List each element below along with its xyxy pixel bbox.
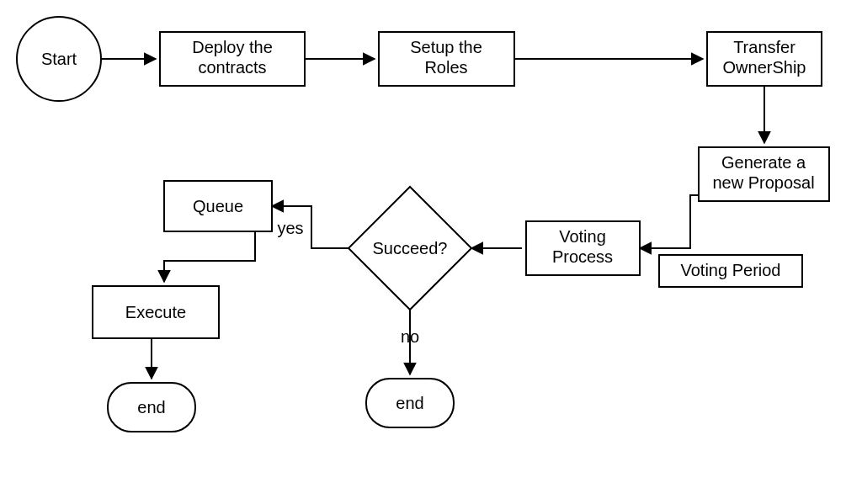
node-execute: Execute [93,286,219,338]
node-queue-label: Queue [193,197,243,215]
node-start: Start [17,17,101,101]
node-execute-label: Execute [125,303,186,321]
node-proposal: Generate anew Proposal [699,147,829,201]
node-end-right-label: end [396,394,423,412]
edge-queue-execute [164,231,255,282]
edge-proposal-voting [640,195,716,248]
node-voting-period-label: Voting Period [681,261,781,279]
edge-label-yes: yes [277,219,303,237]
node-start-label: Start [41,50,77,68]
node-succeed: Succeed? [349,187,471,310]
node-end-left-label: end [137,398,165,416]
node-voting: VotingProcess [526,221,640,275]
node-transfer: TransferOwnerShip [707,32,822,86]
node-roles: Setup theRoles [379,32,514,86]
node-deploy: Deploy thecontracts [160,32,305,86]
node-end-left: end [108,383,195,432]
node-queue: Queue [164,181,272,231]
node-voting-period: Voting Period [659,255,802,287]
node-succeed-label: Succeed? [373,239,448,257]
flowchart-diagram: yes no Start Deploy thecontracts Setup t… [0,0,862,504]
edge-label-no: no [401,327,419,346]
node-end-right: end [366,379,454,427]
